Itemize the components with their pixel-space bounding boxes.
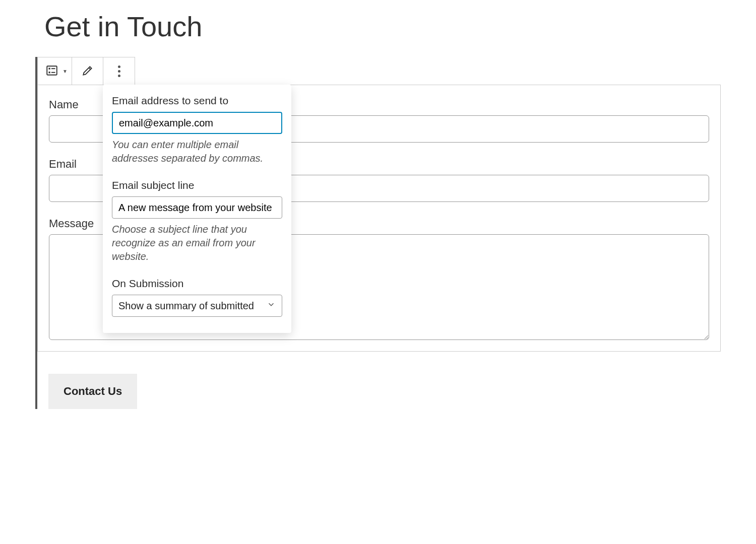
svg-rect-0 <box>47 66 57 75</box>
chevron-down-icon: ▼ <box>62 69 68 74</box>
block-type-button[interactable]: ▼ <box>38 57 72 85</box>
pencil-icon <box>81 64 94 79</box>
on-submission-section: On Submission Show a summary of submitte… <box>112 278 282 317</box>
subject-input[interactable] <box>112 196 282 219</box>
block-toolbar: ▼ <box>37 57 135 85</box>
more-vertical-icon <box>118 65 120 77</box>
form-settings-popover: Email address to send to You can enter m… <box>103 85 291 333</box>
svg-rect-1 <box>48 67 50 69</box>
email-to-input[interactable] <box>112 112 282 134</box>
on-submission-label: On Submission <box>112 278 282 290</box>
subject-label: Email subject line <box>112 179 282 191</box>
email-to-section: Email address to send to You can enter m… <box>112 95 282 165</box>
subject-section: Email subject line Choose a subject line… <box>112 179 282 263</box>
on-submission-select[interactable]: Show a summary of submitted <box>112 295 282 317</box>
on-submission-selected: Show a summary of submitted <box>118 300 254 312</box>
email-to-label: Email address to send to <box>112 95 282 107</box>
more-options-button[interactable] <box>103 57 135 85</box>
email-to-help: You can enter multiple email addresses s… <box>112 138 282 165</box>
subject-help: Choose a subject line that you recognize… <box>112 223 282 263</box>
page-title: Get in Touch <box>44 10 721 43</box>
svg-rect-3 <box>48 72 50 73</box>
edit-button[interactable] <box>72 57 103 85</box>
chevron-down-icon <box>267 300 276 312</box>
svg-line-5 <box>89 67 90 69</box>
form-block-icon <box>45 64 58 79</box>
form-block: ▼ Email address to send to You can enter… <box>35 57 721 409</box>
submit-button[interactable]: Contact Us <box>48 374 137 409</box>
